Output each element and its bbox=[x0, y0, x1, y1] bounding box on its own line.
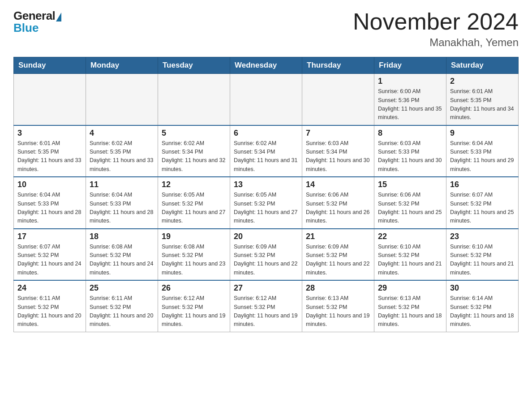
header-thursday: Thursday bbox=[302, 57, 374, 74]
day-number: 28 bbox=[306, 283, 370, 293]
title-section: November 2024 Manakhah, Yemen bbox=[353, 9, 519, 49]
calendar-day-cell: 9Sunrise: 6:04 AM Sunset: 5:33 PM Daylig… bbox=[446, 125, 519, 177]
calendar-day-cell: 18Sunrise: 6:08 AM Sunset: 5:32 PM Dayli… bbox=[86, 229, 158, 281]
day-number: 19 bbox=[162, 232, 226, 241]
calendar-day-cell: 8Sunrise: 6:03 AM Sunset: 5:33 PM Daylig… bbox=[374, 125, 446, 177]
calendar-day-cell: 14Sunrise: 6:06 AM Sunset: 5:32 PM Dayli… bbox=[302, 177, 374, 229]
logo: General Blue bbox=[13, 9, 61, 35]
day-sun-info: Sunrise: 6:12 AM Sunset: 5:32 PM Dayligh… bbox=[234, 295, 297, 327]
day-sun-info: Sunrise: 6:04 AM Sunset: 5:33 PM Dayligh… bbox=[90, 192, 153, 224]
calendar-day-cell: 21Sunrise: 6:09 AM Sunset: 5:32 PM Dayli… bbox=[302, 229, 374, 281]
day-sun-info: Sunrise: 6:06 AM Sunset: 5:32 PM Dayligh… bbox=[306, 192, 369, 224]
day-sun-info: Sunrise: 6:01 AM Sunset: 5:35 PM Dayligh… bbox=[450, 88, 514, 120]
calendar-day-cell: 4Sunrise: 6:02 AM Sunset: 5:35 PM Daylig… bbox=[86, 125, 158, 177]
page-header: General Blue November 2024 Manakhah, Yem… bbox=[13, 9, 519, 49]
day-sun-info: Sunrise: 6:10 AM Sunset: 5:32 PM Dayligh… bbox=[378, 244, 442, 276]
calendar-day-cell: 26Sunrise: 6:12 AM Sunset: 5:32 PM Dayli… bbox=[158, 280, 230, 332]
calendar-day-cell: 19Sunrise: 6:08 AM Sunset: 5:32 PM Dayli… bbox=[158, 229, 230, 281]
day-number: 2 bbox=[450, 77, 515, 86]
calendar-day-cell: 3Sunrise: 6:01 AM Sunset: 5:35 PM Daylig… bbox=[14, 125, 86, 177]
calendar-day-cell: 1Sunrise: 6:00 AM Sunset: 5:36 PM Daylig… bbox=[374, 74, 446, 125]
header-monday: Monday bbox=[86, 57, 158, 74]
day-number: 13 bbox=[234, 180, 298, 189]
day-number: 16 bbox=[450, 180, 515, 189]
day-sun-info: Sunrise: 6:08 AM Sunset: 5:32 PM Dayligh… bbox=[90, 244, 153, 276]
day-number: 9 bbox=[450, 128, 515, 138]
day-sun-info: Sunrise: 6:09 AM Sunset: 5:32 PM Dayligh… bbox=[306, 244, 369, 276]
day-sun-info: Sunrise: 6:08 AM Sunset: 5:32 PM Dayligh… bbox=[162, 244, 225, 276]
day-number: 24 bbox=[17, 283, 82, 293]
calendar-table: Sunday Monday Tuesday Wednesday Thursday… bbox=[13, 57, 519, 332]
day-sun-info: Sunrise: 6:02 AM Sunset: 5:34 PM Dayligh… bbox=[162, 140, 225, 172]
day-sun-info: Sunrise: 6:03 AM Sunset: 5:34 PM Dayligh… bbox=[306, 140, 369, 172]
calendar-day-cell: 29Sunrise: 6:13 AM Sunset: 5:32 PM Dayli… bbox=[374, 280, 446, 332]
calendar-title: November 2024 bbox=[353, 9, 519, 34]
day-number: 3 bbox=[17, 128, 82, 138]
day-sun-info: Sunrise: 6:03 AM Sunset: 5:33 PM Dayligh… bbox=[378, 140, 442, 172]
day-sun-info: Sunrise: 6:05 AM Sunset: 5:32 PM Dayligh… bbox=[162, 192, 225, 224]
day-sun-info: Sunrise: 6:11 AM Sunset: 5:32 PM Dayligh… bbox=[17, 295, 81, 327]
calendar-day-cell: 15Sunrise: 6:06 AM Sunset: 5:32 PM Dayli… bbox=[374, 177, 446, 229]
header-wednesday: Wednesday bbox=[230, 57, 302, 74]
calendar-week-row: 1Sunrise: 6:00 AM Sunset: 5:36 PM Daylig… bbox=[14, 74, 519, 125]
day-sun-info: Sunrise: 6:13 AM Sunset: 5:32 PM Dayligh… bbox=[306, 295, 369, 327]
day-number: 27 bbox=[234, 283, 298, 293]
day-sun-info: Sunrise: 6:11 AM Sunset: 5:32 PM Dayligh… bbox=[90, 295, 153, 327]
day-number: 14 bbox=[306, 180, 370, 189]
day-number: 8 bbox=[378, 128, 442, 138]
calendar-subtitle: Manakhah, Yemen bbox=[353, 36, 519, 49]
day-sun-info: Sunrise: 6:04 AM Sunset: 5:33 PM Dayligh… bbox=[450, 140, 514, 172]
calendar-day-cell: 20Sunrise: 6:09 AM Sunset: 5:32 PM Dayli… bbox=[230, 229, 302, 281]
calendar-week-row: 24Sunrise: 6:11 AM Sunset: 5:32 PM Dayli… bbox=[14, 280, 519, 332]
calendar-day-cell bbox=[158, 74, 230, 125]
day-number: 5 bbox=[162, 128, 226, 138]
day-number: 4 bbox=[90, 128, 154, 138]
calendar-day-cell: 30Sunrise: 6:14 AM Sunset: 5:32 PM Dayli… bbox=[446, 280, 519, 332]
calendar-day-cell: 24Sunrise: 6:11 AM Sunset: 5:32 PM Dayli… bbox=[14, 280, 86, 332]
calendar-day-cell: 27Sunrise: 6:12 AM Sunset: 5:32 PM Dayli… bbox=[230, 280, 302, 332]
day-sun-info: Sunrise: 6:13 AM Sunset: 5:32 PM Dayligh… bbox=[378, 295, 442, 327]
logo-blue-text: Blue bbox=[13, 21, 39, 35]
calendar-day-cell: 16Sunrise: 6:07 AM Sunset: 5:32 PM Dayli… bbox=[446, 177, 519, 229]
calendar-day-cell: 7Sunrise: 6:03 AM Sunset: 5:34 PM Daylig… bbox=[302, 125, 374, 177]
header-tuesday: Tuesday bbox=[158, 57, 230, 74]
day-sun-info: Sunrise: 6:07 AM Sunset: 5:32 PM Dayligh… bbox=[17, 244, 81, 276]
calendar-day-cell: 25Sunrise: 6:11 AM Sunset: 5:32 PM Dayli… bbox=[86, 280, 158, 332]
day-number: 30 bbox=[450, 283, 515, 293]
calendar-week-row: 10Sunrise: 6:04 AM Sunset: 5:33 PM Dayli… bbox=[14, 177, 519, 229]
day-sun-info: Sunrise: 6:04 AM Sunset: 5:33 PM Dayligh… bbox=[17, 192, 81, 224]
calendar-day-cell bbox=[86, 74, 158, 125]
calendar-day-cell: 11Sunrise: 6:04 AM Sunset: 5:33 PM Dayli… bbox=[86, 177, 158, 229]
logo-triangle-icon bbox=[56, 13, 61, 21]
header-sunday: Sunday bbox=[14, 57, 86, 74]
day-number: 26 bbox=[162, 283, 226, 293]
day-number: 11 bbox=[90, 180, 154, 189]
day-sun-info: Sunrise: 6:09 AM Sunset: 5:32 PM Dayligh… bbox=[234, 244, 297, 276]
calendar-day-cell: 2Sunrise: 6:01 AM Sunset: 5:35 PM Daylig… bbox=[446, 74, 519, 125]
day-sun-info: Sunrise: 6:06 AM Sunset: 5:32 PM Dayligh… bbox=[378, 192, 442, 224]
day-number: 1 bbox=[378, 77, 442, 86]
day-sun-info: Sunrise: 6:05 AM Sunset: 5:32 PM Dayligh… bbox=[234, 192, 297, 224]
day-sun-info: Sunrise: 6:01 AM Sunset: 5:35 PM Dayligh… bbox=[17, 140, 81, 172]
day-number: 21 bbox=[306, 232, 370, 241]
day-sun-info: Sunrise: 6:07 AM Sunset: 5:32 PM Dayligh… bbox=[450, 192, 514, 224]
day-number: 7 bbox=[306, 128, 370, 138]
calendar-week-row: 17Sunrise: 6:07 AM Sunset: 5:32 PM Dayli… bbox=[14, 229, 519, 281]
day-sun-info: Sunrise: 6:02 AM Sunset: 5:34 PM Dayligh… bbox=[234, 140, 297, 172]
calendar-day-cell: 12Sunrise: 6:05 AM Sunset: 5:32 PM Dayli… bbox=[158, 177, 230, 229]
calendar-day-cell bbox=[14, 74, 86, 125]
calendar-day-cell: 17Sunrise: 6:07 AM Sunset: 5:32 PM Dayli… bbox=[14, 229, 86, 281]
header-friday: Friday bbox=[374, 57, 446, 74]
day-sun-info: Sunrise: 6:14 AM Sunset: 5:32 PM Dayligh… bbox=[450, 295, 514, 327]
calendar-day-cell: 28Sunrise: 6:13 AM Sunset: 5:32 PM Dayli… bbox=[302, 280, 374, 332]
day-number: 25 bbox=[90, 283, 154, 293]
weekday-header-row: Sunday Monday Tuesday Wednesday Thursday… bbox=[14, 57, 519, 74]
header-saturday: Saturday bbox=[446, 57, 519, 74]
day-number: 10 bbox=[17, 180, 82, 189]
day-number: 29 bbox=[378, 283, 442, 293]
calendar-day-cell: 13Sunrise: 6:05 AM Sunset: 5:32 PM Dayli… bbox=[230, 177, 302, 229]
day-number: 20 bbox=[234, 232, 298, 241]
day-number: 6 bbox=[234, 128, 298, 138]
day-sun-info: Sunrise: 6:02 AM Sunset: 5:35 PM Dayligh… bbox=[90, 140, 153, 172]
day-number: 22 bbox=[378, 232, 442, 241]
